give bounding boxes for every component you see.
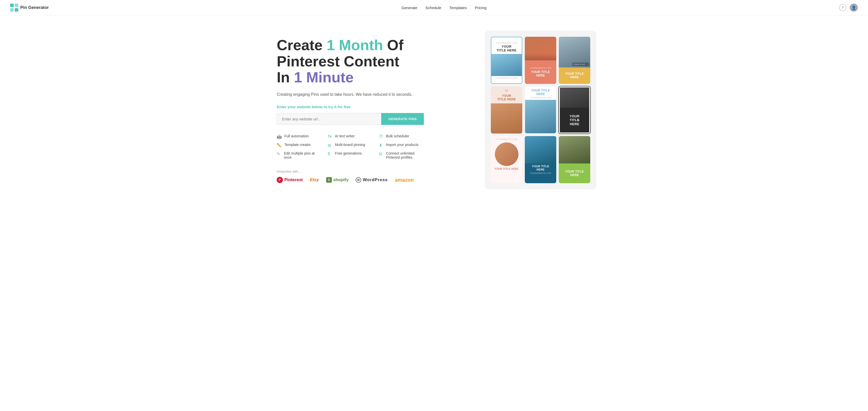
etsy-logo: Etsy (310, 177, 319, 182)
etsy-text: Etsy (310, 177, 319, 182)
svg-rect-0 (10, 4, 14, 7)
amazon-text: amazon (395, 177, 414, 183)
pin-card-2-url: YOURWEBSITE.COM (526, 67, 555, 69)
pin-card-1[interactable]: YOURWEBSITE.COM YOURTITLE HERE YOURWEBSI… (491, 37, 522, 84)
connect-icon: ⊟ (379, 151, 383, 156)
svg-rect-3 (15, 8, 18, 12)
feature-label: Edit multiple pins at once (284, 151, 322, 159)
shopify-logo: S shopify (326, 177, 348, 183)
pin-card-8-title: YOUR TITLEHERE (530, 165, 551, 171)
feature-template-creator: ✏️ Template creator (277, 143, 322, 148)
automation-icon: 🤖 (277, 134, 282, 139)
help-icon: ? (842, 6, 844, 10)
edit-icon: ✎ (277, 151, 281, 156)
hero-title-line2: Pinterest Content (277, 53, 399, 69)
hero-title-line3-pre: In (277, 69, 294, 85)
svg-text:W: W (357, 179, 360, 181)
arrow-icon: › (578, 118, 580, 123)
nav-generate[interactable]: Generate (402, 6, 417, 10)
nav-icons: ? 👤 (839, 4, 858, 12)
pin-card-9[interactable]: YOUR TITLEHERE (559, 136, 590, 183)
pin-card-5-url: YOURWEBSITE.COM (528, 97, 553, 100)
multi-board-icon: ⊞ (328, 143, 332, 148)
hero-cta-label: Enter your website below to try it for f… (277, 105, 424, 109)
pin-card-4-title: YOURTITLE HERE (496, 94, 517, 101)
avatar-icon: 👤 (851, 5, 856, 10)
nav-pricing[interactable]: Pricing (475, 6, 487, 10)
generate-pins-button[interactable]: GENERATE PINS (381, 113, 424, 125)
pin-card-5-title: YOUR TITLEHERE (530, 87, 552, 97)
pin-card-4[interactable]: ♡ YOURTITLE HERE (491, 87, 522, 134)
wordpress-icon: W (355, 177, 361, 183)
pin-card-1-image (491, 54, 522, 76)
pin-grid-wrapper: YOURWEBSITE.COM YOURTITLE HERE YOURWEBSI… (485, 31, 596, 189)
free-gen-icon: $ (328, 151, 332, 156)
feature-label: Template creator (284, 143, 311, 147)
feature-ai-text: Tʀ AI text writer (328, 134, 373, 139)
feature-edit-pins: ✎ Edit multiple pins at once (277, 151, 322, 159)
pin-card-5[interactable]: YOUR TITLEHERE YOURWEBSITE.COM (525, 87, 556, 134)
pin-grid: YOURWEBSITE.COM YOURTITLE HERE YOURWEBSI… (491, 37, 590, 183)
pin-card-8[interactable]: YOUR TITLEHERE YOURWEBSITE.COM (525, 136, 556, 183)
url-input-row: GENERATE PINS (277, 113, 424, 125)
pin-generator-logo-icon (10, 4, 18, 12)
user-avatar[interactable]: 👤 (850, 4, 858, 12)
import-icon: ⬇ (379, 143, 383, 148)
integrations-label: Integrates with... (277, 170, 424, 173)
feature-multi-board: ⊞ Multi-board pinning (328, 143, 373, 148)
url-input[interactable] (277, 113, 381, 125)
left-content: Create 1 Month Of Pinterest Content In 1… (277, 37, 424, 183)
heart-icon: ♡ (505, 89, 508, 93)
feature-label: Full automation (284, 134, 309, 138)
pin-card-2-title: YOUR TITLE HERE (526, 70, 555, 77)
hero-subtitle: Creating engaging Pins used to take hour… (277, 92, 424, 98)
nav-links: Generate Schedule Templates Pricing (402, 6, 487, 10)
pin-card-3-title: YOUR TITLE HERE (560, 72, 589, 79)
feature-label: Connect unlimited Pinterest profiles (386, 151, 424, 159)
hero-title-part1: Create (277, 37, 327, 53)
feature-free-generations: $ Free generations (328, 151, 373, 159)
feature-full-automation: 🤖 Full automation (277, 134, 322, 139)
ai-text-icon: Tʀ (328, 134, 332, 138)
brand-logo[interactable]: Pin Generator (10, 4, 49, 12)
pin-card-6[interactable]: YOURTITLEHERE › (559, 87, 590, 134)
feature-label: Multi-board pinning (335, 143, 365, 147)
bulk-scheduler-icon: ⏱ (379, 134, 383, 139)
svg-rect-2 (10, 8, 14, 12)
hero-title: Create 1 Month Of Pinterest Content In 1… (277, 37, 424, 85)
features-grid: 🤖 Full automation Tʀ AI text writer ⏱ Bu… (277, 134, 424, 159)
pin-card-7[interactable]: YOURWEBSITE.COM YOUR TITLE HERE (491, 136, 522, 183)
help-button[interactable]: ? (839, 4, 846, 11)
feature-bulk-scheduler: ⏱ Bulk scheduler (379, 134, 424, 139)
shopify-text: shopify (333, 177, 348, 182)
template-icon: ✏️ (277, 143, 282, 148)
pinterest-logo: P Pinterest (277, 177, 303, 183)
integrations-section: Integrates with... P Pinterest Etsy S sh… (277, 170, 424, 183)
right-content: YOURWEBSITE.COM YOURTITLE HERE YOURWEBSI… (485, 31, 596, 189)
svg-rect-1 (15, 4, 18, 7)
pin-card-2[interactable]: YOURWEBSITE.COM YOUR TITLE HERE (525, 37, 556, 84)
hero-title-highlight2: 1 Minute (294, 69, 353, 85)
nav-templates[interactable]: Templates (450, 6, 467, 10)
pin-card-1-bottom: YOURWEBSITE.COM (494, 76, 519, 80)
feature-label: Import your products (386, 143, 418, 147)
pin-card-3[interactable]: Check it out → YOUR TITLE HERE (559, 37, 590, 84)
pinterest-icon: P (277, 177, 283, 183)
brand-name: Pin Generator (20, 5, 49, 10)
pin-card-7-title: YOUR TITLE HERE (493, 168, 520, 172)
feature-import-products: ⬇ Import your products (379, 143, 424, 148)
check-it-out-cta: Check it out → (572, 63, 589, 66)
shopify-icon: S (326, 177, 332, 183)
pinterest-text: Pinterest (284, 177, 303, 182)
integrations-logos: P Pinterest Etsy S shopify W WordPress (277, 177, 424, 183)
feature-label: AI text writer (335, 134, 354, 138)
feature-label: Bulk scheduler (386, 134, 409, 138)
pin-card-8-url: YOURWEBSITE.COM (530, 172, 551, 174)
nav-schedule[interactable]: Schedule (425, 6, 441, 10)
pin-card-7-url: YOURWEBSITE.COM (494, 138, 519, 141)
feature-connect-profiles: ⊟ Connect unlimited Pinterest profiles (379, 151, 424, 159)
pin-card-1-title: YOURTITLE HERE (495, 44, 518, 54)
feature-label: Free generations (335, 151, 362, 155)
hero-title-part2: Of (383, 37, 404, 53)
pin-card-1-url: YOURWEBSITE.COM (494, 40, 519, 44)
